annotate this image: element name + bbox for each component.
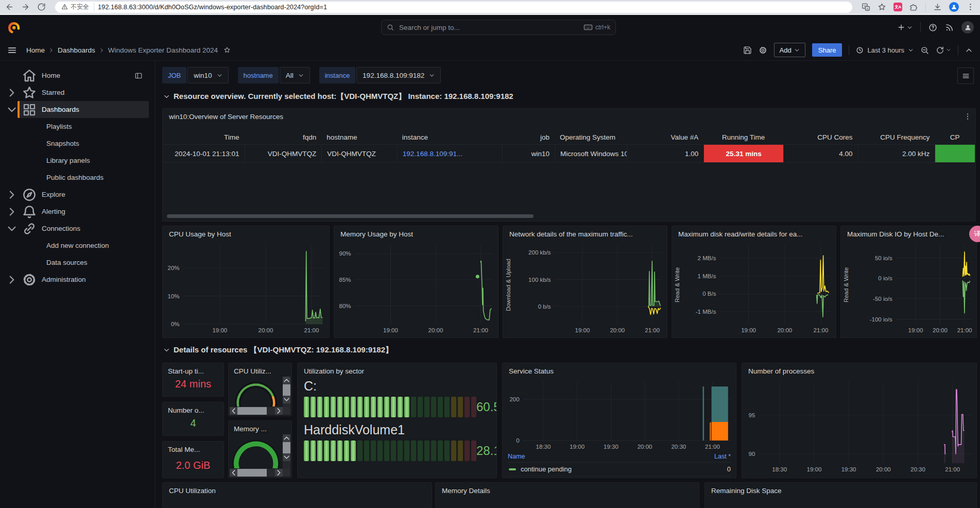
- horizontal-scrollbar[interactable]: [230, 407, 283, 415]
- sidebar-item-library-panels[interactable]: Library panels: [0, 152, 155, 169]
- scroll-left-button[interactable]: [230, 469, 237, 477]
- translate-extension-icon[interactable]: 文A: [893, 3, 902, 11]
- sidebar-item-connections[interactable]: Connections: [0, 220, 155, 237]
- scroll-to-top-icon[interactable]: [965, 46, 973, 54]
- section-details[interactable]: Details of resources 【VDI-QHMVTQZ: 192.1…: [163, 345, 393, 355]
- sidebar-item-explore[interactable]: Explore: [0, 186, 155, 203]
- panel-left-icon[interactable]: [134, 72, 143, 80]
- security-badge[interactable]: 不安全: [61, 3, 94, 11]
- scroll-down-button[interactable]: [283, 396, 290, 403]
- legend-series-name[interactable]: continue pending: [521, 465, 727, 473]
- dashboard-settings-icon[interactable]: [759, 46, 767, 55]
- cpu-usage-chart[interactable]: 19:0020:0021:000%10%20%: [164, 241, 328, 335]
- service-status-chart[interactable]: 18:3019:0019:3020:0020:3021:000200: [504, 377, 735, 452]
- help-icon[interactable]: [929, 23, 937, 32]
- table-header-fqdn[interactable]: fqdn: [245, 130, 322, 144]
- zoom-out-icon[interactable]: [920, 46, 929, 55]
- table-header-time[interactable]: Time: [163, 130, 245, 144]
- favorite-star-icon[interactable]: [223, 46, 231, 54]
- sidebar-item-public-dashboards[interactable]: Public dashboards: [0, 169, 155, 186]
- vertical-scrollbar[interactable]: [283, 434, 290, 472]
- sidebar-item-alerting[interactable]: Alerting: [0, 203, 155, 220]
- save-dashboard-icon[interactable]: [743, 46, 752, 55]
- news-icon[interactable]: [945, 23, 954, 32]
- address-bar[interactable]: 不安全 192.168.8.63:3000/d/Kdh0OoSGz/window…: [55, 2, 852, 13]
- refresh-button[interactable]: [936, 46, 951, 55]
- scroll-up-button[interactable]: [283, 434, 290, 442]
- section-resource-overview[interactable]: Resource overview. Currently selected ho…: [163, 92, 513, 101]
- scroll-up-button[interactable]: [283, 377, 290, 384]
- sidebar-item-playlists[interactable]: Playlists: [0, 118, 155, 135]
- legend-last-header[interactable]: Last *: [714, 453, 731, 460]
- table-header-operating-system[interactable]: Operating System: [555, 130, 627, 144]
- chevron-right-icon[interactable]: [0, 87, 18, 98]
- table-header-running-time[interactable]: Running Time: [703, 130, 783, 144]
- scrollbar-thumb[interactable]: [283, 384, 290, 396]
- sidebar-item-home[interactable]: Home: [0, 67, 155, 84]
- scroll-right-button[interactable]: [275, 407, 283, 415]
- network-traffic-chart[interactable]: 19:0020:0021:000 b/s100 kb/s200 kb/sDown…: [504, 241, 666, 335]
- downloads-icon[interactable]: [933, 3, 942, 11]
- svg-text:20:00: 20:00: [428, 327, 443, 333]
- table-header-instance[interactable]: instance: [397, 130, 502, 144]
- disk-readwrite-chart[interactable]: 19:0020:0021:00-1 MB/s0 B/s1 MB/s2 MB/sR…: [673, 241, 835, 335]
- chevron-down-icon[interactable]: [0, 104, 18, 115]
- drive-gauge-row: 60.5%: [304, 397, 490, 417]
- chevron-right-icon[interactable]: [0, 274, 18, 285]
- table-header-cpu-frequency[interactable]: CPU Frequency: [858, 130, 935, 144]
- time-range-picker[interactable]: Last 3 hours: [856, 46, 914, 54]
- processes-chart[interactable]: 18:3019:0019:3020:0020:3021:009095: [743, 377, 975, 475]
- scroll-left-button[interactable]: [230, 407, 237, 415]
- breadcrumb-dashboards[interactable]: Dashboards: [58, 46, 95, 54]
- variable-value-dropdown[interactable]: 192.168.8.109:9182: [356, 67, 441, 83]
- memory-usage-chart[interactable]: 19:0020:0021:0080%85%90%: [335, 241, 497, 335]
- share-button[interactable]: Share: [812, 43, 843, 57]
- sidebar-item-administration[interactable]: Administration: [0, 271, 155, 288]
- breadcrumb-home[interactable]: Home: [26, 46, 45, 54]
- chevron-right-icon[interactable]: [0, 189, 18, 200]
- bar-gauge-cell: [311, 397, 316, 417]
- search-box[interactable]: ctrl+k: [381, 20, 616, 35]
- legend-name-header[interactable]: Name: [508, 453, 525, 460]
- chevron-right-icon[interactable]: [0, 206, 18, 217]
- sidebar-item-data-sources[interactable]: Data sources: [0, 254, 155, 271]
- sidebar-item-snapshots[interactable]: Snapshots: [0, 135, 155, 152]
- variable-value-dropdown[interactable]: All: [280, 67, 310, 83]
- table-header-cpu-cores[interactable]: CPU Cores: [783, 130, 858, 144]
- sidebar-item-dashboards[interactable]: Dashboards: [0, 101, 155, 118]
- chevron-down-icon[interactable]: [0, 223, 18, 234]
- table-scrollbar[interactable]: [167, 214, 534, 218]
- search-input[interactable]: [398, 23, 579, 32]
- horizontal-scrollbar[interactable]: [230, 469, 283, 477]
- table-header-value-a[interactable]: Value #A: [627, 130, 704, 144]
- sidebar-item-starred[interactable]: Starred: [0, 84, 155, 101]
- translate-icon[interactable]: 文A: [862, 3, 870, 11]
- grafana-logo[interactable]: [7, 21, 21, 34]
- user-avatar[interactable]: [961, 21, 974, 33]
- table-header-cp[interactable]: CP: [935, 130, 975, 144]
- forward-icon[interactable]: [21, 3, 30, 11]
- reload-icon[interactable]: [37, 3, 46, 11]
- table-header-hostname[interactable]: hostname: [321, 130, 397, 144]
- sidebar-item-body: Starred: [18, 84, 149, 101]
- add-button[interactable]: Add: [774, 43, 805, 57]
- sidebar-item-add-new-connection[interactable]: Add new connection: [0, 237, 155, 254]
- browser-menu-icon[interactable]: [966, 3, 975, 11]
- panel-list-button[interactable]: [957, 67, 974, 84]
- back-icon[interactable]: [5, 3, 14, 11]
- scrollbar-thumb[interactable]: [237, 407, 267, 415]
- scrollbar-thumb[interactable]: [237, 469, 267, 477]
- scrollbar-thumb[interactable]: [283, 442, 290, 453]
- scroll-right-button[interactable]: [275, 469, 283, 477]
- scroll-down-button[interactable]: [283, 453, 290, 461]
- browser-profile-avatar[interactable]: [949, 2, 959, 12]
- disk-io-chart[interactable]: 19:0020:0021:00-100 io/s-50 io/s0 io/s50…: [842, 241, 975, 335]
- mega-menu-icon[interactable]: [7, 45, 17, 55]
- variable-value-dropdown[interactable]: win10: [187, 67, 228, 83]
- table-cell-instance[interactable]: 192.168.8.109:91...: [397, 144, 502, 163]
- bookmark-star-icon[interactable]: [878, 3, 886, 11]
- table-header-job[interactable]: job: [502, 130, 555, 144]
- panel-menu-icon[interactable]: [964, 112, 972, 121]
- extensions-puzzle-icon[interactable]: [909, 3, 918, 11]
- new-button[interactable]: [897, 23, 913, 31]
